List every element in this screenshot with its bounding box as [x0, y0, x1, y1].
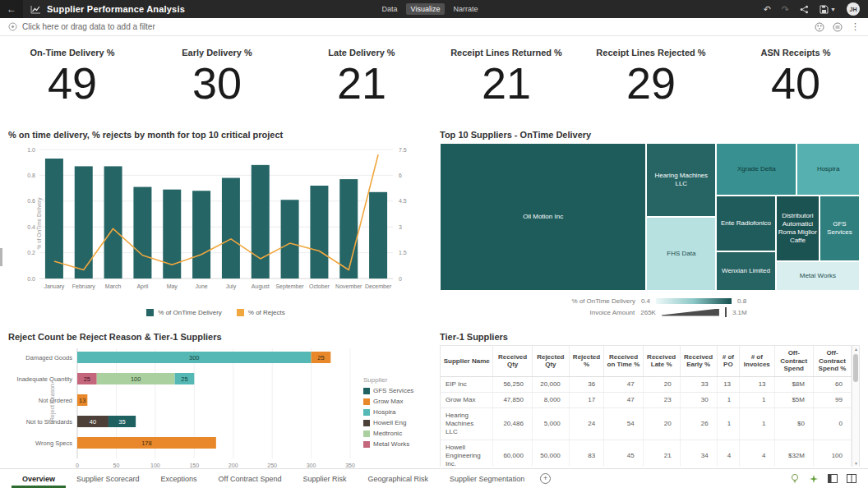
legend-item[interactable]: GFS Services — [363, 387, 421, 394]
auto-insights-sparkle-icon[interactable] — [809, 474, 819, 484]
canvas-tab-off-contract-spend[interactable]: Off Contract Spend — [208, 469, 293, 488]
table-cell: 5,000 — [532, 407, 569, 440]
column-header[interactable]: Supplier Name — [441, 346, 493, 376]
table-scrollbar[interactable]: ▲ ▼ — [852, 346, 859, 467]
svg-text:0.0: 0.0 — [27, 276, 35, 282]
svg-text:0.6: 0.6 — [27, 198, 35, 204]
svg-text:300: 300 — [307, 463, 316, 468]
treemap-tile[interactable]: Hearing Machines LLC — [646, 143, 716, 217]
canvas-tab-supplier-scorecard[interactable]: Supplier Scorecard — [66, 469, 150, 488]
legend-item[interactable]: Medtronic — [363, 430, 421, 437]
legend-label: Hospira — [373, 408, 396, 416]
more-options-icon[interactable]: ⋮ — [851, 21, 860, 32]
legend-item[interactable]: Hospira — [363, 408, 421, 416]
treemap-tile[interactable]: GFS Services — [820, 196, 860, 261]
kpi-late-delivery[interactable]: Late Delivery % 21 — [289, 48, 434, 128]
legend-item[interactable]: Metal Works — [363, 440, 421, 448]
treemap-legend: % of OnTime Delivery 0.4 0.8 Invoice Amo… — [440, 295, 860, 318]
treemap-tile[interactable]: Oil Motion Inc — [440, 143, 646, 291]
svg-text:7.5: 7.5 — [399, 147, 407, 153]
table-row[interactable]: Hearing Machines LLC20,4865,000245420261… — [441, 407, 852, 440]
column-header[interactable]: Rejected Qty — [532, 346, 569, 376]
column-header[interactable]: Off-Contract Spend — [774, 346, 813, 376]
tab-visualize[interactable]: Visualize — [406, 3, 446, 15]
insights-lightbulb-icon[interactable] — [790, 473, 800, 484]
kpi-on-time-delivery[interactable]: On-Time Delivery % 49 — [0, 48, 145, 128]
add-canvas-icon[interactable]: + — [540, 473, 551, 484]
table-cell: 20,000 — [532, 376, 569, 392]
column-header[interactable]: Received Early % — [680, 346, 717, 376]
canvas-tab-supplier-risk[interactable]: Supplier Risk — [293, 469, 358, 488]
table-row[interactable]: Howell Engineering Inc.60,00050,00083452… — [441, 440, 852, 467]
canvas-tab-exceptions[interactable]: Exceptions — [150, 469, 208, 488]
legend-item[interactable]: % of Rejects — [237, 309, 285, 316]
column-header[interactable]: Received Qty — [493, 346, 532, 376]
kpi-label: ASN Receipts % — [723, 48, 868, 58]
column-header[interactable]: Off-Contract Spend % — [813, 346, 851, 376]
combo-chart[interactable]: 0.00.20.40.60.81.001.534.567.5JanuaryFeb… — [8, 143, 423, 304]
table-cell: 20,486 — [493, 407, 532, 440]
ontime-bar[interactable] — [222, 178, 240, 279]
ontime-bar[interactable] — [369, 192, 387, 279]
tab-data[interactable]: Data — [377, 3, 403, 15]
kpi-receipt-lines-rejected[interactable]: Receipt Lines Rejected % 29 — [579, 48, 723, 128]
treemap-tile[interactable]: Ente Radiofonico — [716, 196, 776, 251]
column-header[interactable]: Received on Time % — [604, 346, 643, 376]
kpi-early-delivery[interactable]: Early Delivery % 30 — [145, 48, 289, 128]
tab-narrate[interactable]: Narrate — [448, 3, 482, 15]
layout-panel-left-icon[interactable] — [828, 474, 838, 483]
panel-collapse-handle[interactable] — [0, 248, 2, 266]
presentation-mode-icon[interactable] — [833, 22, 843, 32]
kpi-receipt-lines-returned[interactable]: Receipt Lines Returned % 21 — [434, 48, 579, 128]
canvas-tab-overview[interactable]: Overview — [12, 469, 66, 488]
undo-icon[interactable]: ↶ — [764, 5, 771, 14]
reject-chart[interactable]: 050100150200250300350Damaged Goods30025I… — [8, 345, 363, 468]
ontime-bar[interactable] — [45, 159, 63, 279]
table-row[interactable]: Grow Max47,8508,0001747233011$5M99 — [441, 392, 852, 407]
legend-item[interactable]: % of OnTime Delivery — [146, 309, 222, 316]
treemap-tile[interactable]: Hospira — [796, 143, 860, 196]
back-button[interactable]: ← — [0, 0, 23, 18]
filter-prompt[interactable]: Click here or drag data to add a filter — [22, 22, 155, 31]
ontime-bar[interactable] — [281, 200, 299, 279]
save-button[interactable]: ▼ — [820, 5, 836, 14]
kpi-asn-receipts[interactable]: ASN Receipts % 40 — [723, 48, 868, 128]
table-cell: 56,250 — [493, 376, 532, 392]
ontime-bar[interactable] — [192, 191, 210, 279]
treemap-tile[interactable]: Metal Works — [776, 261, 860, 291]
legend-item[interactable]: Howell Eng — [363, 419, 421, 426]
scrollbar-thumb[interactable] — [853, 354, 858, 382]
ontime-bar[interactable] — [252, 165, 270, 279]
canvas-tab-supplier-segmentation[interactable]: Supplier Segmentation — [439, 469, 535, 488]
ontime-bar[interactable] — [339, 179, 358, 279]
scroll-up-icon[interactable]: ▲ — [852, 347, 860, 352]
save-caret-icon[interactable]: ▼ — [830, 7, 836, 12]
legend-label: % of OnTime Delivery — [158, 309, 222, 316]
column-header[interactable]: # of Invoices — [740, 346, 774, 376]
table-row[interactable]: EIP Inc56,25020,000364720331313$8M60 — [441, 376, 852, 392]
treemap-tile[interactable]: Distributori Automatici Roma Miglior Caf… — [776, 196, 820, 261]
svg-text:250: 250 — [267, 463, 277, 468]
table-cell: 0 — [813, 407, 851, 440]
column-header[interactable]: # of PO — [717, 346, 739, 376]
legend-label: GFS Services — [373, 387, 413, 394]
ontime-bar[interactable] — [133, 187, 151, 279]
ontime-bar[interactable] — [104, 166, 122, 279]
ontime-bar[interactable] — [310, 186, 328, 279]
treemap-tile[interactable]: Xgrade Delta — [716, 143, 796, 196]
avatar[interactable]: JH — [847, 2, 860, 16]
legend-swatch — [363, 388, 370, 394]
column-header[interactable]: Rejected % — [569, 346, 603, 376]
scroll-down-icon[interactable]: ▼ — [852, 461, 860, 466]
treemap: Oil Motion IncHearing Machines LLCFHS Da… — [440, 143, 860, 291]
share-icon[interactable] — [800, 5, 809, 14]
column-header[interactable]: Received Late % — [643, 346, 680, 376]
legend-item[interactable]: Grow Max — [363, 398, 421, 405]
layout-split-icon[interactable] — [847, 474, 856, 483]
treemap-tile[interactable]: FHS Data — [646, 217, 716, 291]
treemap-tile[interactable]: Wenxian Limited — [716, 251, 776, 291]
canvas-settings-icon[interactable] — [815, 22, 824, 32]
table-cell: 60,000 — [493, 440, 532, 467]
filter-bar[interactable]: Click here or drag data to add a filter … — [0, 18, 868, 36]
canvas-tab-geographical-risk[interactable]: Geographical Risk — [358, 469, 440, 488]
